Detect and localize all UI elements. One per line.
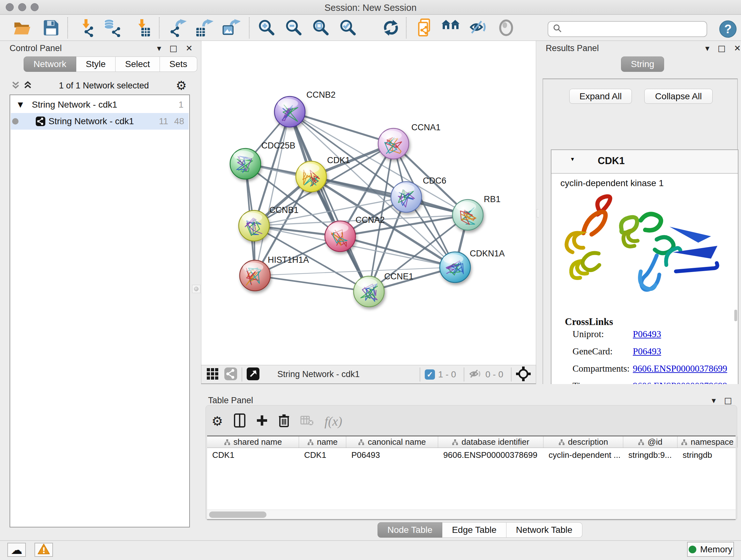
selected-checkbox-icon[interactable]: ✓ <box>425 369 435 380</box>
zoom-out-icon[interactable] <box>284 18 303 38</box>
column-header-description[interactable]: description <box>543 436 623 448</box>
export-network-icon[interactable] <box>169 18 188 38</box>
hidden-eye-icon <box>469 368 482 381</box>
network-options-gear-icon[interactable]: ⚙ <box>176 78 187 92</box>
network-tree-root-row[interactable]: ▼ String Network - cdk1 1 <box>11 97 189 113</box>
column-header-namespace[interactable]: namespace <box>677 436 738 448</box>
add-column-icon[interactable] <box>256 415 268 428</box>
memory-status-dot <box>689 546 696 553</box>
column-header-id[interactable]: @id <box>623 436 677 448</box>
show-eye-icon[interactable] <box>496 18 516 38</box>
zoom-selected-icon[interactable] <box>338 18 357 38</box>
panel-close-icon[interactable]: ✕ <box>186 44 193 52</box>
tab-select[interactable]: Select <box>116 57 160 72</box>
cell-canonicalname: P06493 <box>346 448 438 462</box>
column-header-canonicalname[interactable]: canonical name <box>346 436 438 448</box>
table-row[interactable]: CDK1CDK1P064939606.ENSP00000378699cyclin… <box>207 448 736 462</box>
warnings-button[interactable] <box>35 543 53 557</box>
import-network-file-icon[interactable] <box>77 18 96 38</box>
hide-eye-icon[interactable] <box>468 18 488 38</box>
crosslink-label: Compartments: <box>572 363 630 374</box>
birds-eye-crosshair-icon[interactable] <box>516 367 531 382</box>
left-splitter-handle[interactable] <box>192 285 200 293</box>
network-label: String Network - cdk1 <box>49 116 134 126</box>
panel-close-icon[interactable]: ✕ <box>734 44 741 52</box>
memory-button[interactable]: Memory <box>687 542 734 557</box>
expand-all-button[interactable]: Expand All <box>569 89 632 104</box>
panel-menu-icon[interactable]: ▾ <box>712 396 716 405</box>
search-input[interactable] <box>565 23 706 36</box>
expand-all-networks-icon[interactable] <box>23 80 32 91</box>
panel-menu-icon[interactable]: ▾ <box>157 44 161 52</box>
collection-count: 1 <box>179 100 184 110</box>
crosslink-compartments-link[interactable]: 9606.ENSP00000378699 <box>633 363 727 374</box>
tab-node-table[interactable]: Node Table <box>378 522 442 538</box>
import-network-database-icon[interactable] <box>103 18 122 38</box>
network-node-HIST1H1A[interactable]: HIST1H1A <box>240 255 309 291</box>
protein-card-header[interactable]: ▼ CDK1 <box>551 150 738 174</box>
protein-detail-card: ▼ CDK1 cyclin-dependent kinase 1 <box>551 149 738 420</box>
column-header-sharedname[interactable]: shared name <box>207 436 299 448</box>
window-title: Session: New Session <box>0 3 741 13</box>
delete-column-trash-icon[interactable] <box>279 414 289 428</box>
toolbar-divider <box>159 17 159 38</box>
collapse-triangle-icon[interactable]: ▼ <box>570 157 575 162</box>
grid-view-icon[interactable] <box>206 368 219 381</box>
network-node-CDKN1A[interactable]: CDKN1A <box>440 249 505 283</box>
tab-style[interactable]: Style <box>76 57 116 72</box>
panel-menu-icon[interactable]: ▾ <box>705 44 710 52</box>
network-tree-row-selected[interactable]: String Network - cdk1 11 48 <box>11 113 189 130</box>
network-node-CCNB2[interactable]: CCNB2 <box>274 90 336 127</box>
cloud-icon: ☁ <box>11 543 22 557</box>
tab-string[interactable]: String <box>621 57 664 72</box>
cell-description: cyclin-dependent ... <box>543 448 623 462</box>
table-horizontal-scrollbar[interactable] <box>207 509 736 519</box>
collapse-all-networks-icon[interactable] <box>11 80 20 91</box>
save-session-icon[interactable] <box>42 18 61 38</box>
network-node-CCNA1[interactable]: CCNA1 <box>378 123 441 159</box>
scrollbar-thumb[interactable] <box>209 511 266 518</box>
help-button[interactable]: ? <box>719 20 737 38</box>
protein-name: CDK1 <box>598 155 624 167</box>
node-table: shared name name canonical name database… <box>207 435 736 520</box>
zoom-in-icon[interactable] <box>257 18 276 38</box>
tab-sets[interactable]: Sets <box>160 57 197 72</box>
network-node-RB1[interactable]: RB1 <box>453 194 501 230</box>
application-window: Session: New Session ? Control Panel ▾ □… <box>0 0 741 560</box>
crosslink-uniprot-link[interactable]: P06493 <box>633 329 661 339</box>
cloud-button[interactable]: ☁ <box>7 543 26 557</box>
document-network-icon[interactable] <box>415 18 434 38</box>
column-namespace-icon <box>224 439 230 445</box>
panel-float-icon[interactable]: □ <box>170 44 178 52</box>
crosslink-genecard-link[interactable]: P06493 <box>633 346 661 357</box>
first-neighbors-houses-icon[interactable] <box>441 18 460 38</box>
collapse-triangle-icon[interactable]: ▼ <box>16 100 25 110</box>
cell-name: CDK1 <box>299 448 346 462</box>
zoom-fit-icon[interactable] <box>311 18 330 38</box>
show-columns-icon[interactable] <box>234 414 246 429</box>
export-table-icon[interactable] <box>195 18 214 38</box>
column-namespace-icon <box>452 439 458 445</box>
search-box[interactable] <box>548 21 707 37</box>
table-options-gear-icon[interactable]: ⚙ <box>212 414 223 428</box>
tab-network-table[interactable]: Network Table <box>507 522 583 538</box>
collapse-all-button[interactable]: Collapse All <box>644 89 713 104</box>
open-file-icon[interactable] <box>13 18 32 38</box>
results-scrollbar-thumb[interactable] <box>734 310 737 321</box>
panel-float-icon[interactable]: □ <box>724 396 732 405</box>
network-view-share-icon[interactable] <box>224 368 237 381</box>
column-header-databaseidentifier[interactable]: database identifier <box>438 436 543 448</box>
export-image-icon[interactable] <box>221 18 241 38</box>
column-namespace-icon <box>638 439 644 445</box>
tab-network[interactable]: Network <box>23 57 76 72</box>
edge-count: 48 <box>174 116 184 126</box>
tab-edge-table[interactable]: Edge Table <box>442 522 507 538</box>
node-label: CDC6 <box>423 176 447 186</box>
refresh-view-icon[interactable] <box>381 18 401 38</box>
detach-view-icon[interactable] <box>247 368 259 381</box>
import-table-file-icon[interactable] <box>132 18 151 38</box>
network-canvas[interactable]: CCNB2CCNA1CDC25BCDK1CDC6RB1CCNB1CCNA2CDK… <box>201 41 536 365</box>
panel-float-icon[interactable]: □ <box>718 44 726 52</box>
selected-count-badge: 1 - 0 <box>438 369 456 380</box>
column-header-name[interactable]: name <box>299 436 346 448</box>
